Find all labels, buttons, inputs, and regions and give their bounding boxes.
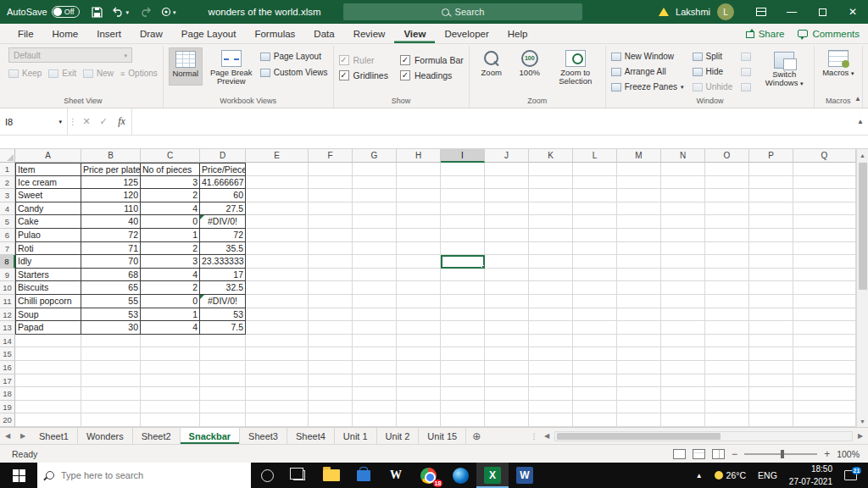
gridlines-option[interactable]: ✓Gridlines [339, 68, 388, 83]
cell-O13[interactable] [705, 321, 749, 335]
row-header-15[interactable]: 15 [0, 347, 15, 361]
cell-P11[interactable] [749, 295, 793, 308]
avatar[interactable]: L [717, 3, 734, 20]
hscroll-right-icon[interactable]: ▶ [853, 432, 868, 440]
ribbon-tab-insert[interactable]: Insert [87, 24, 131, 43]
cell-B20[interactable] [81, 413, 141, 427]
wikipedia-button[interactable]: W [380, 463, 412, 488]
cell-N8[interactable] [661, 255, 705, 269]
zoom-in-icon[interactable]: + [824, 448, 830, 460]
cell-D8[interactable]: 23.333333 [200, 255, 246, 269]
cell-G11[interactable] [353, 295, 397, 308]
unhide-button[interactable]: Unhide [693, 80, 733, 94]
cell-N20[interactable] [661, 413, 705, 427]
vertical-scrollbar[interactable]: ▲ ▼ [856, 149, 868, 427]
cell-G5[interactable] [353, 215, 397, 229]
split-button[interactable]: Split [693, 49, 733, 64]
scroll-up-icon[interactable]: ▲ [860, 149, 865, 161]
scroll-down-icon[interactable]: ▼ [860, 415, 865, 427]
cell-G9[interactable] [353, 269, 397, 282]
save-button[interactable] [92, 7, 103, 18]
zoom-100-button[interactable]: 100 100% [513, 47, 547, 86]
formula-input[interactable] [132, 108, 853, 135]
cell-K17[interactable] [529, 374, 573, 388]
cell-B17[interactable] [81, 374, 141, 388]
column-header-M[interactable]: M [617, 149, 661, 163]
cell-D20[interactable] [200, 413, 246, 427]
row-header-16[interactable]: 16 [0, 361, 15, 374]
cell-L6[interactable] [573, 229, 617, 242]
cortana-button[interactable] [251, 463, 283, 488]
cell-N6[interactable] [661, 229, 705, 242]
cell-Q6[interactable] [793, 229, 856, 242]
cell-F1[interactable] [309, 163, 353, 176]
title-search-box[interactable]: Search [343, 3, 582, 20]
cell-M6[interactable] [617, 229, 661, 242]
sheet-tab-unit-2[interactable]: Unit 2 [377, 428, 420, 444]
page-layout-view-toggle-icon[interactable] [693, 449, 705, 459]
cell-C5[interactable]: 0 [141, 215, 200, 229]
cell-K3[interactable] [529, 189, 573, 202]
cell-O10[interactable] [705, 281, 749, 295]
column-header-H[interactable]: H [397, 149, 441, 163]
zoom-slider[interactable] [744, 453, 817, 455]
cell-P7[interactable] [749, 242, 793, 256]
cell-J20[interactable] [485, 413, 529, 427]
word-button[interactable]: W [509, 463, 541, 488]
cancel-icon[interactable]: ✕ [78, 108, 95, 135]
cell-G6[interactable] [353, 229, 397, 242]
hide-button[interactable]: Hide [693, 64, 733, 79]
cell-F16[interactable] [309, 361, 353, 374]
cell-E6[interactable] [246, 229, 309, 242]
cell-F14[interactable] [309, 335, 353, 348]
column-header-Q[interactable]: Q [793, 149, 856, 163]
cell-Q12[interactable] [793, 308, 856, 322]
cell-C10[interactable]: 2 [141, 281, 200, 295]
cell-O17[interactable] [705, 374, 749, 388]
cell-B6[interactable]: 72 [81, 229, 141, 242]
cell-N9[interactable] [661, 269, 705, 282]
column-header-B[interactable]: B [81, 149, 141, 163]
cell-F2[interactable] [309, 176, 353, 190]
vertical-scroll-thumb[interactable] [859, 163, 867, 290]
share-button[interactable]: Share [746, 29, 785, 39]
cell-J12[interactable] [485, 308, 529, 322]
cell-E4[interactable] [246, 202, 309, 216]
cell-D12[interactable]: 53 [200, 308, 246, 322]
column-header-F[interactable]: F [309, 149, 353, 163]
cell-F7[interactable] [309, 242, 353, 256]
language-indicator[interactable]: ENG [752, 463, 783, 488]
cell-C17[interactable] [141, 374, 200, 388]
cell-G15[interactable] [353, 347, 397, 361]
cell-I18[interactable] [441, 387, 485, 401]
cell-O15[interactable] [705, 347, 749, 361]
cell-O5[interactable] [705, 215, 749, 229]
row-header-19[interactable]: 19 [0, 401, 15, 414]
cell-L14[interactable] [573, 335, 617, 348]
cell-B2[interactable]: 125 [81, 176, 141, 190]
cell-J7[interactable] [485, 242, 529, 256]
freeze-panes-button[interactable]: Freeze Panes▾ [611, 80, 684, 94]
cell-F8[interactable] [309, 255, 353, 269]
cell-D2[interactable]: 41.666667 [200, 176, 246, 190]
cell-G19[interactable] [353, 401, 397, 414]
arrange-all-button[interactable]: Arrange All [611, 64, 684, 79]
cell-P12[interactable] [749, 308, 793, 322]
cell-L3[interactable] [573, 189, 617, 202]
cell-M4[interactable] [617, 202, 661, 216]
cell-J10[interactable] [485, 281, 529, 295]
view-side-by-side-button[interactable] [741, 49, 751, 64]
cell-A10[interactable]: Biscuits [15, 281, 81, 295]
sheet-view-options-button[interactable]: ≡Options [120, 66, 158, 80]
cell-Q7[interactable] [793, 242, 856, 256]
cell-L10[interactable] [573, 281, 617, 295]
cell-I12[interactable] [441, 308, 485, 322]
cell-B19[interactable] [81, 401, 141, 414]
cell-H20[interactable] [397, 413, 441, 427]
sheet-tab-sheet2[interactable]: Sheet2 [133, 428, 181, 444]
cell-E13[interactable] [246, 321, 309, 335]
zoom-button[interactable]: Zoom [475, 47, 509, 86]
cell-N15[interactable] [661, 347, 705, 361]
cell-N13[interactable] [661, 321, 705, 335]
cell-Q20[interactable] [793, 413, 856, 427]
